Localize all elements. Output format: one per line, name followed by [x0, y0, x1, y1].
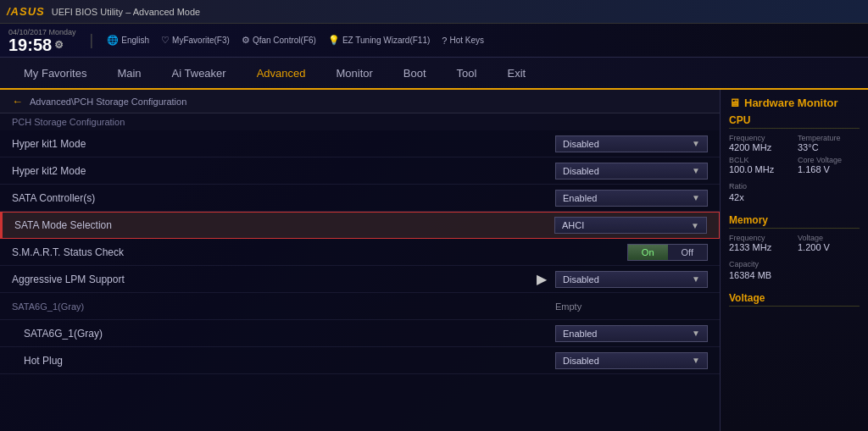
content-area: ← Advanced\PCH Storage Configuration PCH…	[0, 90, 720, 431]
dropdown-arrow: ▼	[691, 221, 699, 230]
nav-ai-tweaker[interactable]: Ai Tweaker	[157, 58, 242, 90]
nav-advanced[interactable]: Advanced	[242, 58, 321, 90]
heart-icon: ♡	[161, 35, 170, 46]
qfan-link[interactable]: ⚙ Qfan Control(F6)	[242, 35, 316, 46]
memory-header: Memory	[729, 214, 860, 229]
smart-toggle[interactable]: On Off	[627, 244, 708, 261]
setting-label: SATA6G_1(Gray)	[12, 301, 555, 312]
hyper-kit1-dropdown[interactable]: Disabled ▼	[555, 135, 708, 152]
setting-label: Hot Plug	[24, 355, 555, 367]
mem-frequency: Frequency 2133 MHz	[729, 234, 791, 252]
setting-sata6g-label: SATA6G_1(Gray) Empty	[0, 293, 720, 320]
setting-value: Enabled ▼	[555, 325, 708, 342]
globe-icon: 🌐	[107, 35, 119, 46]
hotkeys-link[interactable]: ? Hot Keys	[442, 36, 484, 46]
memory-stats: Frequency 2133 MHz Voltage 1.200 V	[729, 234, 860, 252]
dropdown-arrow: ▼	[692, 329, 700, 338]
sata6g-text-value: Empty	[555, 301, 708, 312]
smart-off-button[interactable]: Off	[668, 245, 707, 260]
lpm-dropdown[interactable]: Disabled ▼	[555, 271, 708, 288]
smart-on-button[interactable]: On	[628, 245, 668, 260]
cpu-ratio-label: Ratio	[729, 182, 747, 191]
time-display: 19:58 ⚙	[8, 36, 64, 53]
nav-bar: My Favorites Main Ai Tweaker Advanced Mo…	[0, 58, 868, 90]
asus-logo: /ASUS	[7, 5, 45, 18]
nav-exit[interactable]: Exit	[492, 58, 541, 90]
settings-table: Hyper kit1 Mode Disabled ▼ Hyper kit2 Mo…	[0, 130, 720, 374]
setting-hyper-kit1[interactable]: Hyper kit1 Mode Disabled ▼	[0, 130, 720, 157]
cpu-ratio: Ratio 42x	[729, 177, 860, 202]
time-value: 19:58	[8, 36, 52, 53]
setting-value: Disabled ▼	[555, 163, 708, 180]
nav-monitor[interactable]: Monitor	[321, 58, 388, 90]
bios-title: UEFI BIOS Utility – Advanced Mode	[52, 7, 200, 17]
mem-frequency-label: Frequency	[729, 234, 791, 242]
nav-tool[interactable]: Tool	[442, 58, 492, 90]
nav-main[interactable]: Main	[102, 58, 156, 90]
cpu-ratio-value: 42x	[729, 192, 860, 202]
bulb-icon: 💡	[328, 35, 340, 46]
cpu-bclk-label: BCLK	[729, 156, 791, 164]
language-link[interactable]: 🌐 English	[107, 35, 149, 46]
cpu-frequency-label: Frequency	[729, 134, 791, 142]
cpu-temperature-value: 33°C	[798, 142, 860, 152]
cpu-frequency: Frequency 4200 MHz	[729, 134, 791, 152]
cursor-indicator: ▶	[533, 271, 550, 287]
sata-mode-value: AHCI	[562, 220, 584, 230]
setting-label: S.M.A.R.T. Status Check	[12, 246, 627, 258]
setting-label: Hyper kit1 Mode	[12, 138, 555, 150]
info-links: 🌐 English ♡ MyFavorite(F3) ⚙ Qfan Contro…	[107, 35, 484, 46]
setting-sata6g-dropdown[interactable]: SATA6G_1(Gray) Enabled ▼	[0, 320, 720, 347]
cpu-frequency-value: 4200 MHz	[729, 142, 791, 152]
sata6g-dropdown[interactable]: Enabled ▼	[555, 325, 708, 342]
hyper-kit2-dropdown[interactable]: Disabled ▼	[555, 163, 708, 180]
setting-sata-controllers[interactable]: SATA Controller(s) Enabled ▼	[0, 185, 720, 212]
lpm-value: Disabled	[563, 274, 599, 285]
myfavorite-link[interactable]: ♡ MyFavorite(F3)	[161, 35, 230, 46]
eztuning-link[interactable]: 💡 EZ Tuning Wizard(F11)	[328, 35, 430, 46]
setting-value: Disabled ▼	[555, 352, 708, 369]
cpu-core-voltage-label: Core Voltage	[798, 156, 860, 164]
setting-sata-mode[interactable]: SATA Mode Selection AHCI ▼	[0, 212, 720, 239]
cpu-temperature-label: Temperature	[798, 134, 860, 142]
cpu-header: CPU	[729, 114, 860, 129]
setting-hot-plug[interactable]: Hot Plug Disabled ▼	[0, 347, 720, 374]
mem-capacity: Capacity 16384 MB	[729, 255, 860, 280]
main-layout: ← Advanced\PCH Storage Configuration PCH…	[0, 90, 868, 431]
nav-my-favorites[interactable]: My Favorites	[8, 58, 102, 90]
top-bar: /ASUS UEFI BIOS Utility – Advanced Mode	[0, 0, 868, 24]
setting-value: On Off	[627, 244, 708, 261]
setting-value: Disabled ▼	[555, 135, 708, 152]
setting-lpm[interactable]: Aggressive LPM Support ▶ Disabled ▼	[0, 266, 720, 293]
gear-icon[interactable]: ⚙	[54, 40, 64, 50]
setting-label: SATA6G_1(Gray)	[24, 328, 555, 340]
mem-capacity-label: Capacity	[729, 260, 759, 268]
sata-mode-dropdown[interactable]: AHCI ▼	[554, 217, 707, 234]
mem-voltage-value: 1.200 V	[798, 242, 860, 252]
setting-value: Enabled ▼	[555, 190, 708, 207]
sata-controllers-dropdown[interactable]: Enabled ▼	[555, 190, 708, 207]
hot-plug-dropdown[interactable]: Disabled ▼	[555, 352, 708, 369]
dropdown-arrow: ▼	[692, 193, 700, 202]
nav-boot[interactable]: Boot	[388, 58, 442, 90]
mem-voltage-label: Voltage	[798, 234, 860, 242]
dropdown-arrow: ▼	[692, 356, 700, 365]
setting-smart[interactable]: S.M.A.R.T. Status Check On Off	[0, 239, 720, 266]
mem-frequency-value: 2133 MHz	[729, 242, 791, 252]
back-arrow[interactable]: ←	[12, 95, 23, 108]
section-title: PCH Storage Configuration	[0, 113, 720, 130]
hyper-kit1-value: Disabled	[563, 139, 599, 149]
dropdown-arrow: ▼	[692, 139, 700, 148]
separator: |	[90, 31, 94, 49]
setting-hyper-kit2[interactable]: Hyper kit2 Mode Disabled ▼	[0, 157, 720, 185]
dropdown-arrow: ▼	[692, 274, 700, 284]
memory-section: Memory Frequency 2133 MHz Voltage 1.200 …	[729, 214, 860, 280]
info-bar: 04/10/2017 Monday 19:58 ⚙ | 🌐 English ♡ …	[0, 24, 868, 58]
cpu-section: CPU Frequency 4200 MHz Temperature 33°C …	[729, 114, 860, 202]
fan-icon: ⚙	[242, 35, 250, 46]
sata-controllers-value: Enabled	[563, 193, 597, 203]
voltage-header: Voltage	[729, 292, 860, 307]
setting-label: SATA Controller(s)	[12, 192, 555, 204]
monitor-icon: 🖥	[729, 97, 740, 109]
breadcrumb-path: Advanced\PCH Storage Configuration	[30, 97, 186, 107]
